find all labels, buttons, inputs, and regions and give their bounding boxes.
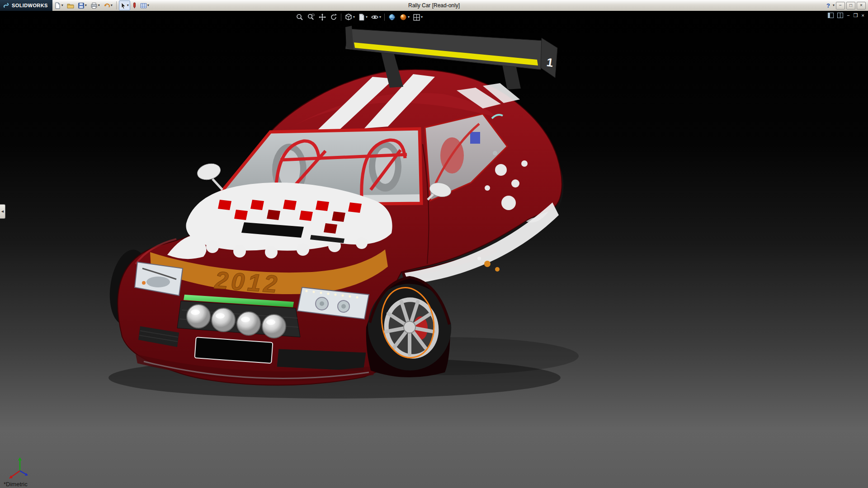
- dropdown-caret: ▾: [421, 15, 423, 19]
- help-dropdown-caret: ▾: [833, 4, 835, 7]
- maximize-button[interactable]: □: [846, 2, 855, 9]
- apply-scene-icon: [388, 13, 396, 21]
- pane-left-icon[interactable]: [828, 13, 834, 18]
- undo-button[interactable]: ▾: [102, 0, 114, 10]
- rotate-view-icon: [330, 13, 338, 21]
- view-orientation-icon: [344, 13, 353, 21]
- view-settings-button[interactable]: ▾: [412, 12, 424, 22]
- solidworks-brand: SOLIDWORKS: [0, 0, 52, 11]
- brand-label: SOLIDWORKS: [12, 3, 48, 8]
- zoom-area-icon: [307, 13, 315, 21]
- dropdown-caret: ▾: [98, 4, 100, 7]
- pane-split-icon[interactable]: [837, 13, 843, 18]
- heads-up-view-toolbar: ▾ ▾ ▾ ▾: [295, 12, 424, 22]
- doc-restore-button[interactable]: ❒: [854, 13, 858, 18]
- hide-show-items-button[interactable]: ▾: [370, 12, 382, 22]
- select-cursor-icon: [120, 2, 127, 9]
- display-grid-button[interactable]: ▾: [139, 0, 151, 10]
- open-icon: [67, 2, 74, 9]
- left-mirror: [195, 161, 222, 190]
- rotate-view-button[interactable]: [329, 12, 339, 22]
- apply-scene-button[interactable]: [387, 12, 397, 22]
- save-button[interactable]: ▾: [76, 0, 88, 10]
- doc-close-button[interactable]: ×: [862, 13, 864, 18]
- markup-icon: [132, 2, 137, 9]
- view-orientation-label: *Dimetric: [4, 481, 28, 488]
- select-button[interactable]: ▾: [119, 0, 130, 10]
- new-document-icon: [54, 2, 61, 9]
- hide-show-items-icon: [371, 13, 379, 21]
- edit-appearance-button[interactable]: ▾: [398, 12, 410, 22]
- hood-year-decal: 2012: [213, 266, 281, 298]
- help-button[interactable]: ?: [825, 2, 831, 9]
- zoom-fit-icon: [296, 13, 304, 21]
- minimize-button[interactable]: −: [836, 2, 845, 9]
- view-settings-icon: [413, 14, 420, 21]
- print-button[interactable]: ▾: [89, 0, 101, 10]
- dropdown-caret: ▾: [61, 4, 63, 7]
- hud-separator: [341, 14, 341, 21]
- dropdown-caret: ▾: [85, 4, 87, 7]
- new-document-button[interactable]: ▾: [53, 0, 65, 10]
- display-grid-icon: [140, 2, 147, 9]
- open-button[interactable]: [66, 0, 75, 10]
- doc-minimize-button[interactable]: −: [847, 13, 849, 18]
- hud-separator: [384, 14, 385, 21]
- pan-button[interactable]: [317, 12, 327, 22]
- display-style-button[interactable]: ▾: [357, 12, 368, 22]
- dropdown-caret: ▾: [147, 4, 149, 7]
- view-orientation-button[interactable]: ▾: [344, 12, 356, 22]
- graphics-area[interactable]: ▾ ▾ ▾ ▾: [0, 11, 868, 488]
- orientation-triad: [7, 455, 33, 481]
- dropdown-caret: ▾: [379, 15, 381, 19]
- edit-appearance-icon: [399, 13, 407, 21]
- document-window-controls: − ❒ ×: [828, 13, 864, 18]
- dropdown-caret: ▾: [127, 4, 129, 7]
- close-button[interactable]: ×: [857, 2, 866, 9]
- rally-car-3d-model[interactable]: 1: [0, 11, 868, 488]
- toolbar-separator: [116, 1, 117, 9]
- pan-icon: [318, 13, 326, 21]
- 3ds-logo-icon: [3, 2, 10, 9]
- zoom-area-button[interactable]: [306, 12, 316, 22]
- save-icon: [78, 2, 85, 9]
- zoom-fit-button[interactable]: [295, 12, 305, 22]
- window-title: Rally Car [Read-only]: [408, 2, 460, 9]
- title-bar: SOLIDWORKS ▾ ▾ ▾ ▾ ▾: [0, 0, 868, 11]
- dropdown-caret: ▾: [408, 15, 410, 19]
- markup-button[interactable]: [131, 0, 138, 10]
- dropdown-caret: ▾: [366, 15, 368, 19]
- display-style-icon: [358, 13, 365, 21]
- dropdown-caret: ▾: [353, 15, 355, 19]
- undo-icon: [104, 2, 110, 9]
- feature-panel-collapse-tab[interactable]: ◀: [0, 204, 5, 219]
- dropdown-caret: ▾: [111, 4, 113, 7]
- print-icon: [90, 2, 98, 9]
